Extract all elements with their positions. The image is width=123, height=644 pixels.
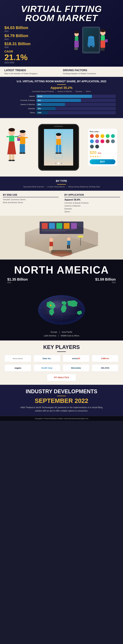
pipe3: |	[84, 90, 84, 92]
cats-row: Cosmetic& Beauty Products | Jewelry & Wa…	[4, 90, 118, 92]
buy-button[interactable]: BUY	[90, 159, 116, 164]
driving-factors-block: DRIVING FACTORS Growing Adoption of Mobi…	[63, 69, 118, 75]
region-pipe2: |	[58, 334, 59, 337]
cat3: Eyewear	[76, 90, 82, 92]
color-orange[interactable]	[95, 134, 99, 138]
players-grid: Runway Beauty Gear Inc. senseMI triMirro…	[4, 355, 118, 381]
iso-room-svg	[10, 216, 113, 259]
color-pink[interactable]	[100, 140, 104, 143]
page-title: VIRTUAL FITTING ROOM MARKET	[3, 4, 120, 22]
bar-fill-apparel: 35.2%	[36, 95, 92, 98]
player-fitanalytics: FIT ANALYTICS	[47, 374, 76, 381]
svg-point-20	[8, 128, 15, 132]
tri-logo: triMirror	[101, 357, 109, 360]
svg-point-61	[49, 238, 53, 242]
key-players-section: KEY PLAYERS Runway Beauty Gear Inc. sens…	[0, 340, 123, 385]
bar-wrap-others: 6.8%	[36, 111, 116, 114]
color-grid	[90, 134, 116, 149]
driving-factors-title: DRIVING FACTORS	[63, 69, 118, 72]
else-logo: ELSE Corp	[42, 367, 52, 369]
color-purple[interactable]	[95, 140, 99, 143]
pipe-t1: |	[46, 186, 46, 188]
na-stat1-value: $1.35 Billion	[7, 277, 28, 282]
app-item1: Cosmetic & Beauty Products	[64, 202, 120, 204]
bar-row-jewelry: Jewelry & Watches 18%	[7, 103, 116, 106]
bar-row-apparel: Apparel 35.2%	[7, 95, 116, 98]
svg-rect-26	[12, 154, 14, 160]
svg-rect-55	[49, 223, 55, 229]
svg-rect-40	[56, 139, 61, 145]
color-yellow[interactable]	[100, 134, 104, 138]
phone-notch	[54, 126, 63, 127]
svg-rect-57	[64, 223, 70, 229]
na-stat2-value: $1.59 Billion	[95, 277, 116, 282]
svg-rect-31	[20, 137, 25, 144]
pick-color-label: Pick color :	[90, 130, 116, 133]
svg-rect-25	[9, 154, 12, 160]
bar-label-jewelry: Jewelry & Watches	[7, 104, 36, 106]
shop-price: $20	[90, 150, 96, 155]
stat3-value: $18.31 Billion	[4, 42, 62, 46]
color-green[interactable]	[106, 134, 110, 138]
original-price: $34	[98, 152, 101, 154]
player-runway: Runway Beauty	[4, 355, 31, 362]
bar-wrap-jewelry: 18%	[36, 103, 116, 106]
cagr-value: 21.1%	[4, 53, 62, 62]
svg-point-73	[51, 251, 72, 256]
svg-point-45	[56, 133, 61, 136]
trends-section: LATEST TRENDS Rise in the Number of Onli…	[0, 67, 123, 77]
globe-container	[3, 292, 120, 324]
3dlook-logo: 3DLOOK	[101, 367, 110, 369]
player-memo: Memolabs	[63, 364, 90, 372]
color-blue[interactable]	[90, 140, 94, 143]
bar-wrap-apparel: 35.2%	[36, 95, 116, 98]
globe-section	[0, 288, 123, 329]
svg-rect-17	[76, 47, 78, 50]
region-row1: Europe | Asia Pacific	[3, 330, 120, 334]
bar-row-cosmetic: Cosmetic & Beauty 28%	[7, 99, 116, 102]
sense-logo: senseMI	[72, 357, 80, 360]
gear-logo: Gear Inc.	[42, 357, 51, 360]
svg-point-5	[92, 46, 94, 47]
svg-rect-64	[51, 246, 52, 250]
svg-rect-62	[50, 242, 53, 246]
color-dark-slate[interactable]	[90, 145, 94, 148]
svg-rect-15	[74, 41, 79, 47]
na-stat1: $1.35 Billion 2021	[7, 277, 28, 284]
header-illustration	[71, 26, 112, 58]
industry-dev-month: SEPTEMBER 2022	[4, 397, 118, 404]
svg-point-30	[20, 130, 26, 133]
industry-dev-title: INDUSTRY DEVELOPMENTS	[4, 388, 118, 394]
app-item2: Jewelry & Watches	[64, 205, 120, 207]
demo-right-panel: Pick color : $20 $34	[88, 129, 117, 166]
phone-screen-svg	[44, 129, 73, 166]
region-pipe1: |	[59, 331, 60, 333]
color-brown[interactable]	[106, 140, 110, 143]
page: VIRTUAL FITTING ROOM MARKET $4.03 Billio…	[0, 0, 123, 421]
color-teal[interactable]	[111, 134, 115, 138]
driving-factors-text: Growing Adoption of Mobile Commerce	[63, 72, 118, 75]
app-item3: Eyewear	[64, 208, 120, 210]
stat1-value: $4.03 Billion	[4, 26, 62, 30]
svg-point-44	[58, 152, 62, 154]
svg-point-47	[55, 163, 56, 164]
svg-rect-8	[100, 40, 105, 48]
demo-phone	[38, 121, 79, 174]
color-slate[interactable]	[111, 140, 115, 143]
us-market-section: U.S. VIRTUAL FITTING ROOM MARKET SHARE, …	[0, 77, 123, 118]
regions-section: Europe | Asia Pacific Latin America | Mi…	[0, 329, 123, 340]
svg-rect-21	[9, 136, 14, 142]
bar-label-apparel: Apparel	[7, 95, 36, 97]
player-gear: Gear Inc.	[34, 355, 60, 362]
svg-point-48	[58, 162, 60, 164]
svg-rect-58	[71, 223, 77, 229]
shop-panel: Pick color : $20 $34	[88, 129, 117, 166]
by-type-section: BY TYPE App-based Body Scanners | In-sto…	[0, 176, 123, 190]
player-tri: triMirror	[92, 355, 118, 362]
memo-logo: Memolabs	[71, 367, 81, 369]
svg-point-11	[100, 29, 106, 32]
color-dark-gray[interactable]	[95, 145, 99, 148]
app-item4: Others	[64, 210, 120, 213]
color-red[interactable]	[90, 134, 94, 138]
stat2-year: 2023	[4, 38, 62, 40]
